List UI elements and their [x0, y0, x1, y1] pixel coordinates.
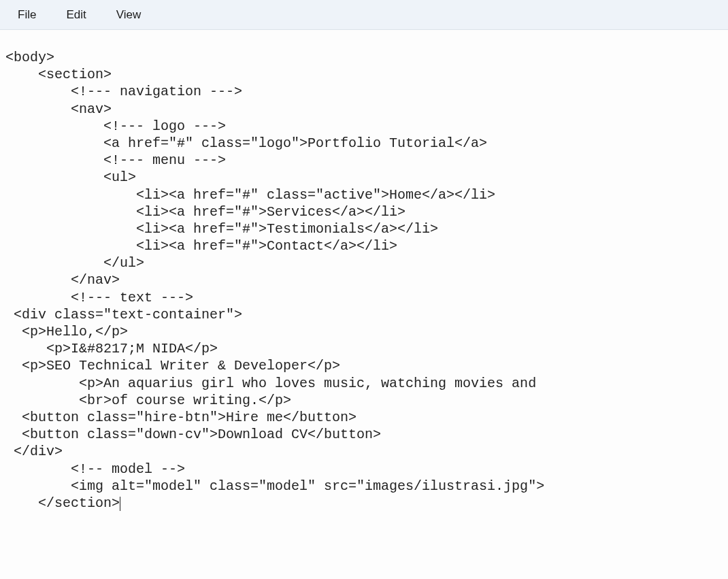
code-line: </div> — [5, 443, 723, 460]
menu-edit[interactable]: Edit — [51, 4, 101, 26]
code-line: </section> — [5, 495, 723, 512]
code-line: </nav> — [5, 271, 723, 288]
code-line: <!--- logo ---> — [5, 118, 723, 135]
code-line: <br>of course writing.</p> — [5, 392, 723, 409]
code-line: <p>An aquarius girl who loves music, wat… — [5, 375, 723, 392]
code-line: <!--- navigation ---> — [5, 83, 723, 100]
code-line: <!--- text ---> — [5, 289, 723, 306]
code-line: <body> — [5, 49, 723, 66]
code-line: <p>Hello,</p> — [5, 323, 723, 340]
code-line: <nav> — [5, 101, 723, 118]
code-line: <p>SEO Technical Writer & Developer</p> — [5, 357, 723, 374]
code-line: <ul> — [5, 169, 723, 186]
code-line: <section> — [5, 66, 723, 83]
code-line: <button class="hire-btn">Hire me</button… — [5, 409, 723, 426]
code-line: <li><a href="#">Contact</a></li> — [5, 237, 723, 254]
code-line: <li><a href="#">Services</a></li> — [5, 203, 723, 220]
code-line: <p>I&#8217;M NIDA</p> — [5, 340, 723, 357]
code-line: <img alt="model" class="model" src="imag… — [5, 478, 723, 495]
code-line: </ul> — [5, 254, 723, 271]
text-caret — [120, 497, 120, 511]
code-line: <li><a href="#">Testimonials</a></li> — [5, 220, 723, 237]
menubar: File Edit View — [0, 0, 728, 30]
menu-file[interactable]: File — [3, 4, 51, 26]
code-line: <a href="#" class="logo">Portfolio Tutor… — [5, 135, 723, 152]
code-line: <li><a href="#" class="active">Home</a><… — [5, 186, 723, 203]
code-line: <!--- menu ---> — [5, 152, 723, 169]
code-line: <button class="down-cv">Download CV</but… — [5, 426, 723, 443]
code-line: <div class="text-container"> — [5, 306, 723, 323]
menu-view[interactable]: View — [101, 4, 156, 26]
code-editor[interactable]: <body> <section> <!--- navigation ---> <… — [0, 30, 728, 517]
code-line: <!-- model --> — [5, 461, 723, 478]
